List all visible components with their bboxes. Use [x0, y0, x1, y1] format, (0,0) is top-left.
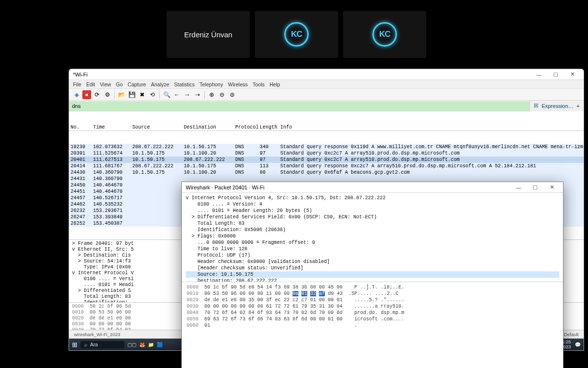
menu-item[interactable]: Tools [252, 81, 265, 87]
packet-row[interactable]: 20401111.627513 10.1.50.175208.67.222.22… [69, 157, 584, 163]
menu-item[interactable]: Analyze [151, 81, 169, 87]
notifications-icon[interactable]: 💬 [575, 342, 581, 347]
packet-detail-window: Wireshark · Packet 20401 · Wi-Fi — ▢ ✕ v… [181, 182, 564, 368]
participant-tile[interactable]: Erdeniz Ünvan [167, 11, 250, 58]
video-tiles: Erdeniz Ünvan KC KC [167, 11, 426, 58]
find-icon[interactable]: 🔍 [162, 90, 171, 99]
menu-item[interactable]: Edit [86, 81, 95, 87]
taskbar-search[interactable]: ⌕ Ara [80, 341, 124, 348]
display-filter-input[interactable] [69, 101, 529, 111]
participant-name: Erdeniz Ünvan [184, 30, 232, 39]
packet-row[interactable]: 19239102.073632 208.67.222.22210.1.50.17… [69, 144, 584, 150]
toolbar: ◈ ■ ⟳ ⚙ 📂 💾 ✖ ⟲ 🔍 ← → ⇢ ⊕ ⊖ ⊜ [69, 89, 584, 101]
column-header[interactable]: No. [69, 124, 92, 131]
column-header[interactable]: Time [92, 124, 131, 131]
stop-capture-icon[interactable]: ■ [82, 90, 91, 99]
zoom-in-icon[interactable]: ⊕ [207, 90, 216, 99]
participant-tile[interactable]: KC [343, 11, 426, 58]
prev-icon[interactable]: ← [172, 90, 181, 99]
logo-icon: KC [372, 22, 397, 47]
minimize-icon[interactable]: — [510, 183, 527, 192]
filter-bar: ☒ Expression… + [69, 101, 584, 111]
add-filter-icon[interactable]: + [577, 103, 580, 109]
menu-item[interactable]: Telephony [199, 81, 223, 87]
reload-icon[interactable]: ⟲ [148, 90, 157, 99]
menu-item[interactable]: Go [116, 81, 123, 87]
start-capture-icon[interactable]: ◈ [72, 90, 81, 99]
packet-row[interactable]: 24430140.360790 10.1.50.17510.1.100.20 D… [69, 169, 584, 176]
menu-item[interactable]: Statistics [174, 81, 195, 87]
clear-filter-icon[interactable]: ☒ [534, 103, 539, 109]
titlebar[interactable]: *Wi-Fi — ▢ ✕ [69, 69, 584, 80]
menu-item[interactable]: Capture [128, 81, 146, 87]
status-file: wireshark_Wi-Fi_2023 [74, 332, 121, 337]
menu-bar: FileEditViewGoCaptureAnalyzeStatisticsTe… [69, 80, 584, 89]
column-header[interactable]: Info [279, 124, 584, 131]
task-view-icon[interactable]: ▢▢ [127, 342, 136, 347]
open-icon[interactable]: 📂 [117, 90, 126, 99]
column-header[interactable]: Length [258, 124, 279, 131]
close-icon[interactable]: ✕ [543, 183, 560, 192]
pinned-app-icon[interactable]: 🦊 [139, 342, 145, 347]
window-title: *Wi-Fi [73, 72, 88, 78]
minimize-icon[interactable]: — [531, 70, 547, 79]
maximize-icon[interactable]: ▢ [547, 70, 564, 79]
zoom-reset-icon[interactable]: ⊜ [228, 90, 237, 99]
participant-tile[interactable]: KC [255, 11, 338, 58]
menu-item[interactable]: File [73, 81, 81, 87]
next-icon[interactable]: → [183, 90, 192, 99]
column-header[interactable]: Source [131, 124, 182, 131]
column-header[interactable]: Protocol [234, 124, 258, 131]
start-button-icon[interactable]: ⊞ [72, 341, 77, 348]
close-file-icon[interactable]: ✖ [138, 90, 147, 99]
maximize-icon[interactable]: ▢ [527, 183, 543, 192]
pinned-app-icon[interactable]: 🟦 [157, 342, 163, 347]
menu-item[interactable]: Wireless [228, 81, 247, 87]
search-placeholder: Ara [90, 342, 98, 347]
column-header[interactable]: Destination [182, 124, 234, 131]
packet-row[interactable]: 20414111.681767 208.67.222.22210.1.50.17… [69, 163, 584, 169]
restart-capture-icon[interactable]: ⟳ [93, 90, 101, 99]
logo-icon: KC [284, 22, 309, 47]
menu-item[interactable]: Help [270, 81, 280, 87]
window-title: Wireshark · Packet 20401 · Wi-Fi [186, 184, 265, 190]
packet-details-pane[interactable]: v Internet Protocol Version 4, Src: 10.1… [182, 193, 563, 282]
packet-bytes-pane[interactable]: 0000 50 1c bf 90 5d e8 54 14 f3 69 38 3b… [182, 282, 563, 368]
goto-icon[interactable]: ⇢ [193, 90, 202, 99]
expression-button[interactable]: Expression… [541, 103, 573, 109]
close-icon[interactable]: ✕ [564, 70, 581, 79]
zoom-out-icon[interactable]: ⊖ [218, 90, 226, 99]
menu-item[interactable]: View [100, 81, 111, 87]
pinned-app-icon[interactable]: 📁 [148, 342, 154, 347]
save-icon[interactable]: 💾 [127, 90, 136, 99]
search-icon: ⌕ [84, 342, 87, 347]
options-icon[interactable]: ⚙ [103, 90, 112, 99]
packet-row[interactable]: 20391111.525674 10.1.50.17510.1.100.20 D… [69, 150, 584, 157]
packet-list-header[interactable]: No.TimeSourceDestinationProtocolLengthIn… [69, 124, 584, 131]
titlebar[interactable]: Wireshark · Packet 20401 · Wi-Fi — ▢ ✕ [182, 182, 563, 193]
